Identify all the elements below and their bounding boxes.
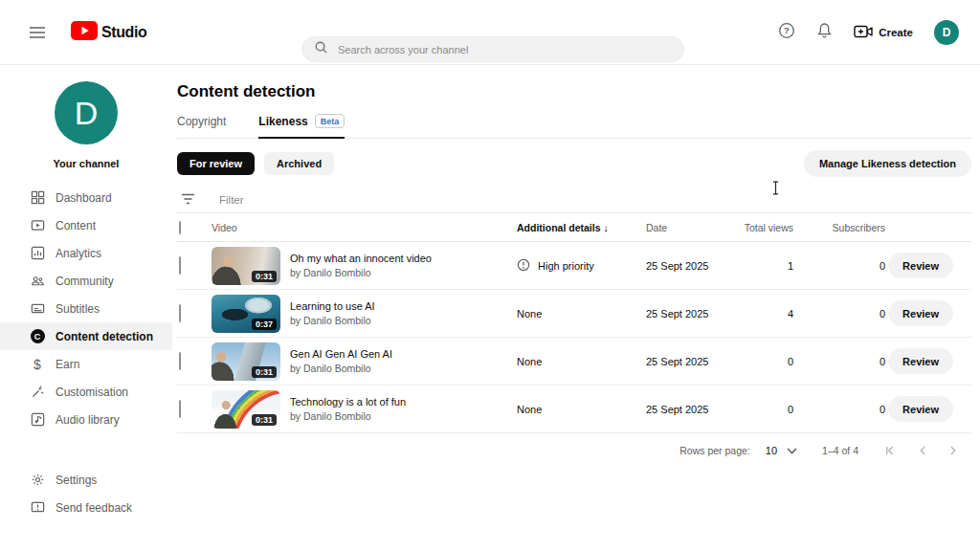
row-checkbox[interactable] xyxy=(179,304,181,322)
beta-badge: Beta xyxy=(315,114,345,128)
manage-likeness-detection-button[interactable]: Manage Likeness detection xyxy=(804,150,971,177)
next-page-icon[interactable] xyxy=(949,446,957,455)
content-detection-icon: C xyxy=(30,329,45,344)
channel-avatar[interactable]: D xyxy=(55,81,118,144)
page-title: Content detection xyxy=(177,82,971,101)
review-button[interactable]: Review xyxy=(888,396,953,422)
video-thumbnail[interactable]: 0:37 xyxy=(212,295,280,333)
tab-copyright[interactable]: Copyright xyxy=(177,114,226,138)
table-header: Video Additional details ↓ Date Total vi… xyxy=(177,213,971,242)
video-meta[interactable]: Gen AI Gen AI Gen AI by Danilo Bombilo xyxy=(290,348,392,374)
notifications-icon[interactable] xyxy=(816,22,833,43)
row-checkbox[interactable] xyxy=(179,400,181,418)
feedback-icon xyxy=(30,500,45,516)
video-thumbnail[interactable]: 0:31 xyxy=(212,247,280,285)
sort-descending-icon: ↓ xyxy=(604,222,609,233)
svg-text:?: ? xyxy=(784,25,790,35)
subscribers-cell: 0 xyxy=(793,404,885,415)
rows-per-page-value[interactable]: 10 xyxy=(766,445,777,456)
rows-per-page-label: Rows per page: xyxy=(679,445,750,456)
duration-badge: 0:31 xyxy=(252,414,277,426)
subscribers-cell: 0 xyxy=(793,308,885,320)
video-thumbnail[interactable]: 0:31 xyxy=(212,342,280,381)
sidebar-item-send-feedback[interactable]: Send feedback xyxy=(0,494,172,521)
video-title: Learning to use AI xyxy=(290,300,375,312)
row-checkbox[interactable] xyxy=(179,256,181,275)
top-right-actions: ? Create D xyxy=(778,0,959,65)
filter-placeholder: Filter xyxy=(219,194,244,206)
sidebar-item-earn[interactable]: $ Earn xyxy=(0,350,172,378)
tab-likeness[interactable]: Likeness Beta xyxy=(258,114,345,139)
first-page-icon[interactable] xyxy=(885,446,896,455)
filter-icon xyxy=(181,191,195,209)
table-row[interactable]: 0:37 Learning to use AI by Danilo Bombil… xyxy=(177,290,971,338)
column-video: Video xyxy=(212,222,510,233)
duration-badge: 0:31 xyxy=(252,271,277,282)
search-input[interactable] xyxy=(338,44,663,55)
text-cursor-pointer xyxy=(771,181,780,199)
create-button[interactable]: Create xyxy=(854,24,913,42)
date-cell: 25 Sept 2025 xyxy=(640,404,740,415)
analytics-icon xyxy=(30,246,45,261)
video-author: by Danilo Bombilo xyxy=(290,410,406,422)
video-title: Gen AI Gen AI Gen AI xyxy=(290,348,392,360)
sidebar-item-customisation[interactable]: Customisation xyxy=(0,378,172,406)
video-author: by Danilo Bombilo xyxy=(290,363,392,374)
table-pagination: Rows per page: 10 1–4 of 4 xyxy=(177,433,971,468)
video-meta[interactable]: Learning to use AI by Danilo Bombilo xyxy=(290,300,375,326)
details-text: None xyxy=(517,308,542,320)
previous-page-icon[interactable] xyxy=(919,446,926,455)
video-thumbnail[interactable]: 0:31 xyxy=(212,390,280,429)
video-author: by Danilo Bombilo xyxy=(290,315,375,326)
sidebar-item-content[interactable]: Content xyxy=(0,211,172,239)
table-row[interactable]: 0:31 Oh my what an innocent video by Dan… xyxy=(177,242,971,290)
sidebar-item-community[interactable]: Community xyxy=(0,267,172,295)
content-icon xyxy=(30,218,45,233)
views-cell: 4 xyxy=(740,308,793,320)
search-icon xyxy=(314,40,328,58)
views-cell: 0 xyxy=(740,404,793,415)
logo-text: Studio xyxy=(101,24,146,41)
select-all-checkbox[interactable] xyxy=(179,221,181,234)
video-meta[interactable]: Technology is a lot of fun by Danilo Bom… xyxy=(290,396,406,422)
chip-row: For review Archived Manage Likeness dete… xyxy=(177,150,971,177)
sidebar-item-analytics[interactable]: Analytics xyxy=(0,239,172,267)
main-content: Content detection Copyright Likeness Bet… xyxy=(172,65,980,551)
filter-chip-for-review[interactable]: For review xyxy=(177,152,255,175)
sidebar-nav: Dashboard Content Analytics Community Su… xyxy=(0,184,172,433)
tab-bar: Copyright Likeness Beta xyxy=(177,114,971,139)
help-icon[interactable]: ? xyxy=(778,22,795,43)
sidebar-item-subtitles[interactable]: Subtitles xyxy=(0,295,172,322)
review-button[interactable]: Review xyxy=(888,300,953,326)
video-meta[interactable]: Oh my what an innocent video by Danilo B… xyxy=(290,253,432,278)
video-title: Technology is a lot of fun xyxy=(290,396,406,408)
sidebar-item-content-detection[interactable]: C Content detection xyxy=(0,322,172,350)
filter-bar[interactable]: Filter xyxy=(177,187,971,213)
column-additional-details[interactable]: Additional details ↓ xyxy=(510,222,640,233)
duration-badge: 0:31 xyxy=(252,366,277,378)
earn-icon: $ xyxy=(30,357,45,372)
review-button[interactable]: Review xyxy=(888,253,953,278)
chevron-down-icon[interactable] xyxy=(787,448,797,454)
video-title: Oh my what an innocent video xyxy=(290,253,432,264)
menu-icon[interactable] xyxy=(29,26,46,39)
details-text: None xyxy=(517,356,542,367)
youtube-studio-logo[interactable]: Studio xyxy=(71,21,146,44)
review-button[interactable]: Review xyxy=(888,348,953,374)
table-row[interactable]: 0:31 Gen AI Gen AI Gen AI by Danilo Bomb… xyxy=(177,338,971,386)
date-cell: 25 Sept 2025 xyxy=(640,356,740,367)
sidebar-item-dashboard[interactable]: Dashboard xyxy=(0,184,172,211)
channel-block: D Your channel xyxy=(0,65,172,169)
row-checkbox[interactable] xyxy=(179,352,181,370)
community-icon xyxy=(30,274,45,289)
filter-chip-archived[interactable]: Archived xyxy=(264,152,334,175)
sidebar-item-settings[interactable]: Settings xyxy=(0,466,172,494)
account-avatar[interactable]: D xyxy=(934,20,959,45)
table-row[interactable]: 0:31 Technology is a lot of fun by Danil… xyxy=(177,386,971,433)
column-subscribers: Subscribers xyxy=(793,222,885,233)
column-date: Date xyxy=(640,222,740,233)
search-bar[interactable] xyxy=(301,36,684,62)
sidebar-item-audio-library[interactable]: Audio library xyxy=(0,406,172,433)
settings-icon xyxy=(30,473,45,488)
customisation-icon xyxy=(30,385,45,400)
